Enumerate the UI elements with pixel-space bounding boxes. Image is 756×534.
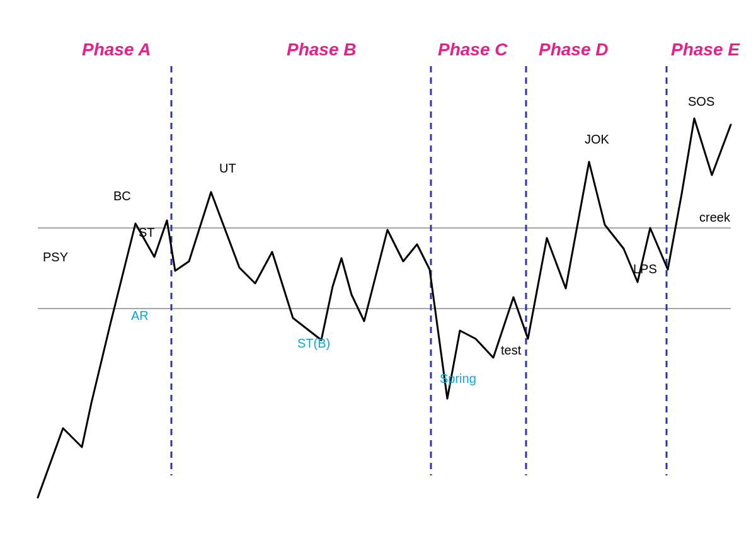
stb-label: ST(B): [297, 336, 330, 350]
phase-e-label: Phase E: [671, 40, 740, 59]
phase-a-label: Phase A: [82, 40, 151, 59]
phase-c-label: Phase C: [438, 40, 508, 59]
st-label: ST: [139, 225, 155, 239]
chart-container: Phase A Phase B Phase C Phase D Phase E …: [0, 0, 756, 534]
bc-label: BC: [113, 189, 131, 203]
price-polyline: [38, 118, 731, 497]
sos-label: SOS: [688, 94, 714, 108]
phase-d-label: Phase D: [539, 40, 609, 59]
lps-label: LPS: [633, 262, 657, 276]
ar-label: AR: [131, 309, 149, 322]
ut-label: UT: [219, 161, 236, 175]
spring-label: Spring: [440, 372, 476, 385]
jok-label: JOK: [585, 132, 610, 146]
creek-label: creek: [699, 210, 731, 224]
test-label: test: [501, 343, 522, 357]
psy-label: PSY: [43, 250, 68, 264]
phase-b-label: Phase B: [287, 40, 357, 59]
